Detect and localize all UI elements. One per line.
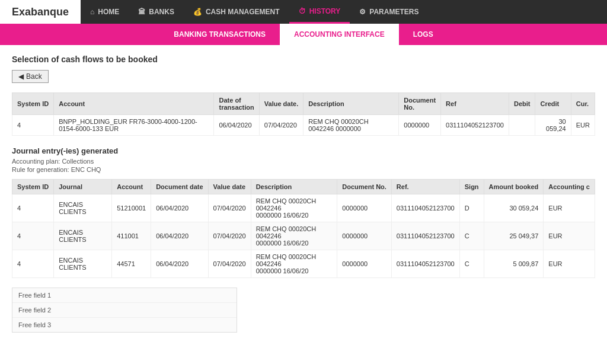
jcell-sign: C <box>459 222 484 250</box>
jcell-journal: ENCAIS CLIENTS <box>54 250 112 278</box>
cash-icon: 💰 <box>193 8 202 16</box>
main-content: Selection of cash flows to be booked ◀ B… <box>0 45 607 364</box>
rule-line: Rule for generation: ENC CHQ <box>12 166 595 173</box>
jcell-doc-date: 06/04/2020 <box>151 250 208 278</box>
sub-nav-accounting-interface[interactable]: ACCOUNTING INTERFACE <box>280 24 399 45</box>
back-button[interactable]: ◀ Back <box>12 70 49 83</box>
jcol-amount: Amount booked <box>484 180 544 194</box>
sub-nav-banking-transactions[interactable]: BANKING TRANSACTIONS <box>159 24 280 45</box>
jcell-doc-date: 06/04/2020 <box>151 194 208 222</box>
jcell-account: 44571 <box>112 250 151 278</box>
cell-debit <box>509 115 535 136</box>
jcol-description: Description <box>251 180 337 194</box>
jcell-value-date: 07/04/2020 <box>208 222 251 250</box>
table-row: 4 BNPP_HOLDING_EUR FR76-3000-4000-1200-0… <box>12 115 595 136</box>
cell-document-no: 0000000 <box>399 115 441 136</box>
top-navigation: Exabanque HOME 🏛 BANKS 💰 CASH MANAGEMENT… <box>0 0 607 24</box>
jcell-document-no: 0000000 <box>337 222 392 250</box>
jcell-system-id: 4 <box>12 222 54 250</box>
col-description: Description <box>304 93 399 115</box>
jcell-description: REM CHQ 00020CH 00422460000000 16/06/20 <box>251 222 337 250</box>
sub-nav-logs[interactable]: LOGS <box>399 24 448 45</box>
jcol-accounting: Accounting c <box>544 180 595 194</box>
nav-item-banks[interactable]: 🏛 BANKS <box>129 0 184 24</box>
jcell-journal: ENCAIS CLIENTS <box>54 222 112 250</box>
jcell-description: REM CHQ 00020CH 00422460000000 16/06/20 <box>251 194 337 222</box>
cash-flows-table: System ID Account Date oftransaction Val… <box>12 92 595 136</box>
cell-system-id: 4 <box>12 115 54 136</box>
jcell-value-date: 07/04/2020 <box>208 194 251 222</box>
cell-currency: EUR <box>571 115 595 136</box>
jcell-doc-date: 06/04/2020 <box>151 222 208 250</box>
cell-credit: 30 059,24 <box>535 115 571 136</box>
sub-navigation: BANKING TRANSACTIONS ACCOUNTING INTERFAC… <box>0 24 607 45</box>
jcell-document-no: 0000000 <box>337 194 392 222</box>
page-title: Selection of cash flows to be booked <box>12 55 595 64</box>
journal-header-row: System ID Journal Account Document date … <box>12 180 595 194</box>
jcell-accounting: EUR <box>544 194 595 222</box>
free-field-row: Free field 1 <box>12 288 237 303</box>
cell-description: REM CHQ 00020CH 0042246 0000000 <box>304 115 399 136</box>
cash-flows-header-row: System ID Account Date oftransaction Val… <box>12 93 595 115</box>
nav-item-history[interactable]: ⏱ HISTORY <box>289 0 350 24</box>
cell-value-date: 07/04/2020 <box>259 115 303 136</box>
jcell-amount: 25 049,37 <box>484 222 544 250</box>
nav-item-cash-management[interactable]: 💰 CASH MANAGEMENT <box>184 0 289 24</box>
bank-icon: 🏛 <box>138 8 145 16</box>
jcell-account: 411001 <box>112 222 151 250</box>
col-system-id: System ID <box>12 93 54 115</box>
free-fields-box: Free field 1Free field 2Free field 3 <box>12 288 237 333</box>
table-row: 4 ENCAIS CLIENTS 411001 06/04/2020 07/04… <box>12 222 595 250</box>
nav-items: HOME 🏛 BANKS 💰 CASH MANAGEMENT ⏱ HISTORY… <box>81 0 428 24</box>
jcell-accounting: EUR <box>544 250 595 278</box>
nav-item-home[interactable]: HOME <box>81 0 129 24</box>
history-icon: ⏱ <box>299 7 306 15</box>
jcol-doc-date: Document date <box>151 180 208 194</box>
cell-date-transaction: 06/04/2020 <box>214 115 259 136</box>
nav-item-parameters[interactable]: ⚙ PARAMETERS <box>350 0 428 24</box>
journal-table: System ID Journal Account Document date … <box>12 179 595 278</box>
back-arrow-icon: ◀ <box>18 72 24 81</box>
free-field-row: Free field 3 <box>12 318 237 332</box>
jcell-description: REM CHQ 00020CH 00422460000000 16/06/20 <box>251 250 337 278</box>
cell-ref: 0311104052123700 <box>441 115 509 136</box>
col-document-no: DocumentNo. <box>399 93 441 115</box>
col-credit: Credit <box>535 93 571 115</box>
jcol-document-no: Document No. <box>337 180 392 194</box>
table-row: 4 ENCAIS CLIENTS 44571 06/04/2020 07/04/… <box>12 250 595 278</box>
home-icon <box>90 8 94 16</box>
jcell-accounting: EUR <box>544 222 595 250</box>
jcol-system-id: System ID <box>12 180 54 194</box>
table-row: 4 ENCAIS CLIENTS 51210001 06/04/2020 07/… <box>12 194 595 222</box>
col-value-date: Value date. <box>259 93 303 115</box>
free-field-row: Free field 2 <box>12 303 237 318</box>
accounting-plan-line: Accounting plan: Collections <box>12 158 595 165</box>
jcell-system-id: 4 <box>12 194 54 222</box>
jcol-account: Account <box>112 180 151 194</box>
col-cur: Cur. <box>571 93 595 115</box>
jcell-document-no: 0000000 <box>337 250 392 278</box>
jcell-ref: 0311104052123700 <box>391 250 459 278</box>
col-ref: Ref <box>441 93 509 115</box>
jcell-sign: C <box>459 250 484 278</box>
col-account: Account <box>54 93 214 115</box>
jcell-ref: 0311104052123700 <box>391 222 459 250</box>
jcol-value-date: Value date <box>208 180 251 194</box>
col-debit: Debit <box>509 93 535 115</box>
jcell-account: 51210001 <box>112 194 151 222</box>
jcol-sign: Sign <box>459 180 484 194</box>
jcell-amount: 30 059,24 <box>484 194 544 222</box>
jcol-ref: Ref. <box>391 180 459 194</box>
col-date-transaction: Date oftransaction <box>214 93 259 115</box>
jcell-sign: D <box>459 194 484 222</box>
jcell-amount: 5 009,87 <box>484 250 544 278</box>
jcell-system-id: 4 <box>12 250 54 278</box>
jcell-ref: 0311104052123700 <box>391 194 459 222</box>
jcell-journal: ENCAIS CLIENTS <box>54 194 112 222</box>
cell-account: BNPP_HOLDING_EUR FR76-3000-4000-1200-015… <box>54 115 214 136</box>
app-logo: Exabanque <box>0 0 81 24</box>
params-icon: ⚙ <box>359 8 366 16</box>
jcell-value-date: 07/04/2020 <box>208 250 251 278</box>
jcol-journal: Journal <box>54 180 112 194</box>
journal-section-title: Journal entry(-ies) generated <box>12 146 595 155</box>
